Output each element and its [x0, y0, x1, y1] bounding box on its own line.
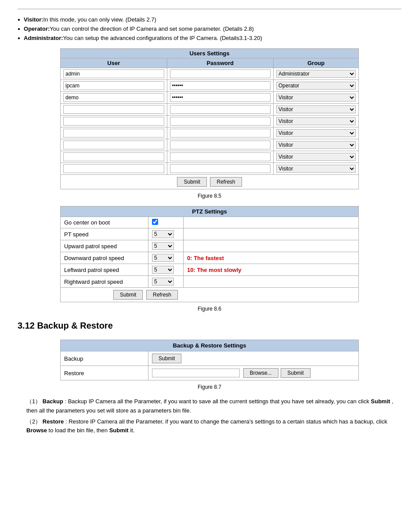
- ptz-hint-5: [184, 276, 359, 288]
- figure-8-6: Figure 8.6: [18, 306, 401, 312]
- ptz-submit-button[interactable]: Submit: [113, 290, 143, 300]
- user-group-select-4[interactable]: AdministratorOperatorVisitor: [276, 117, 356, 125]
- user-group-cell-3: AdministratorOperatorVisitor: [274, 104, 359, 116]
- user-name-input-1[interactable]: [63, 81, 164, 90]
- user-password-input-7[interactable]: [170, 152, 271, 161]
- user-group-select-0[interactable]: AdministratorOperatorVisitor: [276, 70, 356, 78]
- restore-browse-button[interactable]: Browse...: [243, 368, 278, 378]
- ptz-label-3: Downward patrol speed: [61, 252, 148, 264]
- users-row-8: AdministratorOperatorVisitor: [61, 163, 359, 175]
- user-group-select-7[interactable]: AdministratorOperatorVisitor: [276, 153, 356, 161]
- para-restore-bold3: Submit: [109, 427, 129, 434]
- ptz-checkbox-0[interactable]: [152, 219, 158, 225]
- user-name-input-7[interactable]: [63, 152, 164, 161]
- para-backup-num: （1）: [26, 398, 41, 405]
- figure-8-5: Figure 8.5: [18, 193, 401, 199]
- users-row-2: AdministratorOperatorVisitor: [61, 92, 359, 104]
- ptz-control-3: 012345678910: [148, 252, 184, 264]
- restore-controls-cell: Browse... Submit: [148, 366, 359, 380]
- users-col-group: Group: [274, 58, 359, 68]
- restore-row: Restore Browse... Submit: [61, 366, 359, 380]
- ptz-select-4[interactable]: 012345678910: [152, 266, 174, 274]
- ptz-row-1: PT speed012345678910: [61, 228, 359, 240]
- ptz-select-3[interactable]: 012345678910: [152, 254, 174, 262]
- user-group-cell-6: AdministratorOperatorVisitor: [274, 139, 359, 151]
- user-name-input-5[interactable]: [63, 129, 164, 138]
- ptz-label-1: PT speed: [61, 228, 148, 240]
- user-password-input-2[interactable]: [170, 93, 271, 102]
- ptz-hint-0: [184, 217, 359, 228]
- user-name-cell-5: [61, 127, 167, 139]
- user-password-input-3[interactable]: [170, 105, 271, 114]
- user-group-select-6[interactable]: AdministratorOperatorVisitor: [276, 141, 356, 149]
- ptz-select-2[interactable]: 012345678910: [152, 242, 174, 250]
- ptz-hint-4: 10: The most slowly: [184, 264, 359, 276]
- ptz-control-0: [148, 217, 184, 228]
- user-group-select-5[interactable]: AdministratorOperatorVisitor: [276, 129, 356, 137]
- user-password-input-8[interactable]: [170, 164, 271, 173]
- para-restore-bold2: Browse: [26, 427, 47, 434]
- user-name-input-8[interactable]: [63, 164, 164, 173]
- user-password-input-0[interactable]: [170, 69, 271, 78]
- user-password-input-6[interactable]: [170, 141, 271, 149]
- user-name-input-3[interactable]: [63, 105, 164, 114]
- ptz-label-0: Go center on boot: [61, 217, 148, 228]
- ptz-control-1: 012345678910: [148, 228, 184, 240]
- ptz-select-5[interactable]: 012345678910: [152, 278, 174, 286]
- user-name-input-4[interactable]: [63, 117, 164, 126]
- top-divider: [18, 9, 401, 9]
- user-name-input-0[interactable]: [63, 69, 164, 78]
- user-group-select-3[interactable]: AdministratorOperatorVisitor: [276, 105, 356, 113]
- user-group-cell-7: AdministratorOperatorVisitor: [274, 151, 359, 163]
- ptz-row-2: Upward patrol speed012345678910: [61, 240, 359, 252]
- user-group-select-1[interactable]: AdministratorOperatorVisitor: [276, 82, 356, 90]
- user-password-cell-1: [167, 80, 274, 92]
- users-submit-button[interactable]: Submit: [177, 177, 206, 187]
- restore-submit-button[interactable]: Submit: [281, 368, 310, 378]
- bullet-visitor-text: In this mode, you can only view. (Detail…: [43, 16, 156, 23]
- ptz-settings-table: PTZ Settings Go center on bootPT speed01…: [60, 206, 359, 302]
- ptz-row-3: Downward patrol speed0123456789100: The …: [61, 252, 359, 264]
- user-password-cell-0: [167, 68, 274, 80]
- para-restore-text1: : Restore IP Camera all the Parameter, i…: [65, 418, 387, 425]
- user-password-cell-8: [167, 163, 274, 175]
- ptz-label-4: Leftward patrol speed: [61, 264, 148, 276]
- bottom-text: （1） Backup : Backup IP Camera all the Pa…: [18, 397, 401, 435]
- user-password-input-1[interactable]: [170, 81, 271, 90]
- users-col-user: User: [61, 58, 167, 68]
- ptz-row-4: Leftward patrol speed01234567891010: The…: [61, 264, 359, 276]
- bullet-administrator-bold: Administrator:: [24, 35, 63, 41]
- user-group-cell-0: AdministratorOperatorVisitor: [274, 68, 359, 80]
- restore-file-input[interactable]: [152, 369, 240, 377]
- users-row-0: AdministratorOperatorVisitor: [61, 68, 359, 80]
- users-refresh-button[interactable]: Refresh: [210, 177, 242, 187]
- ptz-select-1[interactable]: 012345678910: [152, 230, 174, 238]
- user-name-cell-2: [61, 92, 167, 104]
- user-name-cell-7: [61, 151, 167, 163]
- user-password-cell-6: [167, 139, 274, 151]
- user-password-cell-3: [167, 104, 274, 116]
- user-group-select-8[interactable]: AdministratorOperatorVisitor: [276, 165, 356, 173]
- users-row-5: AdministratorOperatorVisitor: [61, 127, 359, 139]
- users-row-7: AdministratorOperatorVisitor: [61, 151, 359, 163]
- para-restore: （2） Restore : Restore IP Camera all the …: [26, 417, 401, 436]
- user-name-input-6[interactable]: [63, 141, 164, 149]
- section-heading-backup: 3.12 Backup & Restore: [18, 321, 401, 331]
- user-password-cell-7: [167, 151, 274, 163]
- user-name-input-2[interactable]: [63, 93, 164, 102]
- user-password-input-5[interactable]: [170, 129, 271, 138]
- user-group-select-2[interactable]: AdministratorOperatorVisitor: [276, 94, 356, 101]
- user-password-input-4[interactable]: [170, 117, 271, 126]
- users-settings-table: Users Settings User Password Group Admin…: [60, 48, 359, 189]
- ptz-refresh-button[interactable]: Refresh: [146, 290, 178, 300]
- bullet-list: Visitor: In this mode, you can only view…: [18, 16, 401, 41]
- backup-label: Backup: [61, 351, 148, 366]
- ptz-control-5: 012345678910: [148, 276, 184, 288]
- user-group-cell-8: AdministratorOperatorVisitor: [274, 163, 359, 175]
- ptz-hint-1: [184, 228, 359, 240]
- user-name-cell-3: [61, 104, 167, 116]
- users-row-3: AdministratorOperatorVisitor: [61, 104, 359, 116]
- backup-submit-button[interactable]: Submit: [152, 354, 181, 363]
- backup-restore-table: Backup & Restore Settings Backup Submit …: [60, 340, 359, 380]
- user-name-cell-6: [61, 139, 167, 151]
